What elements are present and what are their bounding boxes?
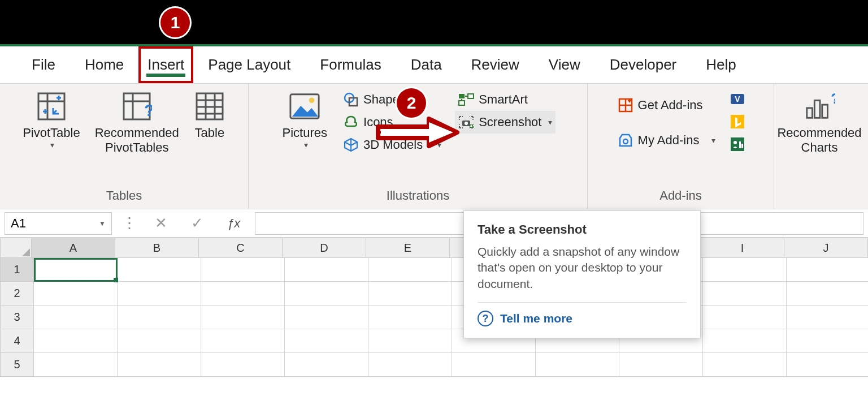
cell[interactable]	[34, 329, 118, 353]
cell[interactable]	[201, 306, 285, 329]
cell[interactable]	[34, 353, 118, 377]
cell[interactable]	[368, 258, 452, 282]
bing-icon[interactable]	[729, 113, 747, 131]
tab-home[interactable]: Home	[70, 46, 138, 83]
row-header[interactable]: 2	[0, 282, 34, 306]
recommended-charts-label: Recommended Charts	[777, 126, 861, 157]
cell[interactable]	[787, 258, 868, 282]
cell[interactable]	[703, 329, 787, 353]
cell[interactable]	[201, 258, 285, 282]
svg-rect-17	[459, 94, 465, 98]
cell[interactable]	[285, 282, 368, 306]
tab-page-layout[interactable]: Page Layout	[193, 46, 305, 83]
tab-data[interactable]: Data	[396, 46, 457, 83]
tab-view[interactable]: View	[534, 46, 595, 83]
group-illustrations-label: Illustrations	[387, 188, 449, 206]
row-header[interactable]: 3	[0, 306, 34, 329]
row-header[interactable]: 1	[0, 258, 34, 282]
tell-me-more-link[interactable]: ? Tell me more	[478, 311, 687, 326]
fx-icon[interactable]: ƒx	[218, 216, 249, 231]
tab-review[interactable]: Review	[457, 46, 534, 83]
row-header[interactable]: 5	[0, 353, 34, 377]
cell[interactable]	[201, 353, 285, 377]
cell[interactable]	[34, 282, 118, 306]
screenshot-label: Screenshot	[479, 115, 541, 130]
col-header[interactable]: J	[784, 238, 868, 258]
cell[interactable]	[201, 282, 285, 306]
pivottable-button[interactable]: PivotTable▾	[20, 88, 83, 160]
cell[interactable]	[619, 353, 703, 377]
chevron-down-icon: ▾	[25, 140, 80, 150]
cell[interactable]	[368, 329, 452, 353]
cell[interactable]	[368, 306, 452, 329]
shapes-button[interactable]: Shapes ▾	[340, 88, 445, 111]
cell[interactable]	[118, 306, 201, 329]
cell[interactable]	[285, 306, 368, 329]
group-addins-label: Add-ins	[659, 188, 702, 206]
col-header[interactable]: E	[366, 238, 450, 258]
cell[interactable]	[118, 329, 201, 353]
select-all-corner[interactable]	[0, 238, 32, 258]
cell[interactable]	[703, 282, 787, 306]
my-addins-label: My Add-ins	[638, 133, 700, 148]
enter-formula-button[interactable]: ✓	[182, 214, 212, 232]
cell[interactable]	[118, 258, 201, 282]
cell[interactable]	[34, 258, 118, 282]
col-header[interactable]: D	[283, 238, 366, 258]
cell[interactable]	[787, 306, 868, 329]
table-button[interactable]: Table	[192, 88, 228, 160]
cell[interactable]	[368, 282, 452, 306]
name-box[interactable]: A1 ▼	[5, 212, 112, 235]
cell[interactable]	[703, 306, 787, 329]
formula-bar-row: A1 ▼ ⋮ ✕ ✓ ƒx	[0, 209, 868, 238]
tab-formulas[interactable]: Formulas	[305, 46, 396, 83]
cell[interactable]	[118, 353, 201, 377]
chevron-down-icon[interactable]: ▼	[99, 220, 106, 227]
cell[interactable]	[787, 282, 868, 306]
pivottable-label: PivotTable	[23, 126, 80, 140]
recommended-charts-button[interactable]: ? Recommended Charts	[775, 88, 863, 160]
tab-insert[interactable]: Insert	[138, 46, 193, 83]
svg-point-26	[623, 139, 628, 144]
svg-text:?: ?	[144, 101, 152, 119]
cell[interactable]	[787, 329, 868, 353]
cell[interactable]	[703, 353, 787, 377]
cell[interactable]	[118, 282, 201, 306]
cancel-formula-button[interactable]: ✕	[146, 214, 176, 232]
title-bar-black	[0, 0, 868, 44]
tab-help[interactable]: Help	[691, 46, 750, 83]
visio-icon[interactable]: V	[729, 91, 747, 109]
smartart-button[interactable]: SmartArt	[455, 88, 555, 111]
table-label: Table	[195, 126, 225, 157]
svg-text:V: V	[735, 94, 741, 104]
cell[interactable]	[285, 353, 368, 377]
col-header[interactable]: B	[115, 238, 199, 258]
callout-badge-2: 2	[397, 88, 426, 118]
my-addins-button[interactable]: My Add-ins ▾	[614, 129, 719, 152]
pictures-button[interactable]: Pictures▾	[280, 88, 329, 160]
col-header[interactable]: I	[701, 238, 784, 258]
pivottable-icon	[36, 91, 67, 122]
cell[interactable]	[201, 329, 285, 353]
tab-developer[interactable]: Developer	[595, 46, 692, 83]
cell[interactable]	[787, 353, 868, 377]
tab-file[interactable]: File	[17, 46, 70, 83]
svg-rect-34	[807, 108, 813, 118]
cell[interactable]	[285, 329, 368, 353]
col-header[interactable]: A	[32, 238, 115, 258]
get-addins-button[interactable]: Get Add-ins	[614, 94, 719, 117]
cell[interactable]	[285, 258, 368, 282]
cell[interactable]	[34, 306, 118, 329]
name-box-value: A1	[11, 216, 26, 231]
cell[interactable]	[452, 353, 536, 377]
row-header[interactable]: 4	[0, 329, 34, 353]
addins-icon	[618, 132, 633, 148]
screenshot-button[interactable]: Screenshot ▾	[455, 111, 555, 134]
people-graph-icon[interactable]	[729, 136, 747, 154]
cell[interactable]	[703, 258, 787, 282]
col-header[interactable]: C	[199, 238, 283, 258]
svg-rect-19	[459, 101, 465, 105]
cell[interactable]	[536, 353, 619, 377]
cell[interactable]	[368, 353, 452, 377]
recommended-pivottables-button[interactable]: ? Recommended PivotTables	[93, 88, 181, 160]
